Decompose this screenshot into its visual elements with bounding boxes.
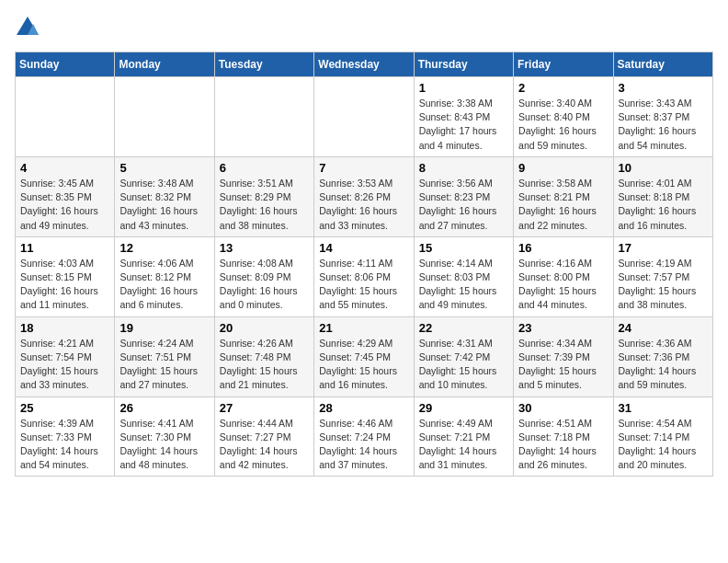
day-number: 5 (119, 161, 209, 175)
day-number: 27 (220, 401, 309, 415)
calendar-cell: 22Sunrise: 4:31 AM Sunset: 7:42 PM Dayli… (414, 316, 513, 396)
day-info: Sunrise: 4:16 AM Sunset: 8:00 PM Dayligh… (518, 257, 608, 313)
calendar-cell: 14Sunrise: 4:11 AM Sunset: 8:06 PM Dayli… (314, 236, 414, 316)
day-info: Sunrise: 4:03 AM Sunset: 8:15 PM Dayligh… (20, 257, 109, 313)
day-number: 13 (220, 241, 309, 255)
calendar-cell: 5Sunrise: 3:48 AM Sunset: 8:32 PM Daylig… (115, 156, 214, 236)
calendar-cell (115, 77, 214, 157)
day-number: 25 (20, 401, 109, 415)
column-header-friday: Friday (514, 52, 613, 77)
calendar-cell (16, 77, 115, 157)
day-info: Sunrise: 4:46 AM Sunset: 7:24 PM Dayligh… (319, 417, 408, 473)
day-number: 10 (619, 161, 708, 175)
calendar-cell: 17Sunrise: 4:19 AM Sunset: 7:57 PM Dayli… (613, 236, 712, 316)
calendar-cell (214, 77, 313, 157)
day-number: 18 (20, 321, 109, 335)
calendar-cell (314, 77, 414, 157)
day-number: 12 (119, 241, 209, 255)
day-info: Sunrise: 4:26 AM Sunset: 7:48 PM Dayligh… (220, 337, 309, 393)
day-info: Sunrise: 4:31 AM Sunset: 7:42 PM Dayligh… (419, 337, 508, 393)
calendar-week-row: 18Sunrise: 4:21 AM Sunset: 7:54 PM Dayli… (16, 316, 713, 396)
day-info: Sunrise: 4:34 AM Sunset: 7:39 PM Dayligh… (518, 337, 608, 393)
day-number: 14 (319, 241, 408, 255)
day-info: Sunrise: 4:24 AM Sunset: 7:51 PM Dayligh… (119, 337, 209, 393)
column-header-wednesday: Wednesday (314, 52, 414, 77)
day-number: 24 (619, 321, 708, 335)
day-info: Sunrise: 4:49 AM Sunset: 7:21 PM Dayligh… (419, 417, 508, 473)
day-number: 9 (518, 161, 608, 175)
calendar-cell: 13Sunrise: 4:08 AM Sunset: 8:09 PM Dayli… (214, 236, 313, 316)
day-number: 8 (419, 161, 508, 175)
day-number: 21 (319, 321, 408, 335)
calendar-cell: 11Sunrise: 4:03 AM Sunset: 8:15 PM Dayli… (16, 236, 115, 316)
calendar-cell: 29Sunrise: 4:49 AM Sunset: 7:21 PM Dayli… (414, 396, 513, 477)
calendar-cell: 1Sunrise: 3:38 AM Sunset: 8:43 PM Daylig… (414, 77, 513, 157)
logo (15, 15, 42, 40)
day-info: Sunrise: 3:58 AM Sunset: 8:21 PM Dayligh… (518, 177, 608, 233)
day-info: Sunrise: 4:19 AM Sunset: 7:57 PM Dayligh… (619, 257, 708, 313)
calendar-cell: 18Sunrise: 4:21 AM Sunset: 7:54 PM Dayli… (16, 316, 115, 396)
day-number: 3 (619, 81, 708, 95)
day-number: 22 (419, 321, 508, 335)
day-number: 30 (518, 401, 608, 415)
day-info: Sunrise: 4:36 AM Sunset: 7:36 PM Dayligh… (619, 337, 708, 393)
day-info: Sunrise: 4:29 AM Sunset: 7:45 PM Dayligh… (319, 337, 408, 393)
day-number: 31 (619, 401, 708, 415)
day-info: Sunrise: 4:14 AM Sunset: 8:03 PM Dayligh… (419, 257, 508, 313)
day-info: Sunrise: 4:54 AM Sunset: 7:14 PM Dayligh… (619, 417, 708, 473)
column-header-thursday: Thursday (414, 52, 513, 77)
calendar-cell: 15Sunrise: 4:14 AM Sunset: 8:03 PM Dayli… (414, 236, 513, 316)
calendar-cell: 26Sunrise: 4:41 AM Sunset: 7:30 PM Dayli… (115, 396, 214, 477)
day-number: 23 (518, 321, 608, 335)
day-info: Sunrise: 3:45 AM Sunset: 8:35 PM Dayligh… (20, 177, 109, 233)
day-info: Sunrise: 4:51 AM Sunset: 7:18 PM Dayligh… (518, 417, 608, 473)
day-info: Sunrise: 3:40 AM Sunset: 8:40 PM Dayligh… (518, 97, 608, 153)
day-number: 11 (20, 241, 109, 255)
column-header-monday: Monday (115, 52, 214, 77)
day-info: Sunrise: 4:41 AM Sunset: 7:30 PM Dayligh… (119, 417, 209, 473)
day-number: 28 (319, 401, 408, 415)
day-number: 2 (518, 81, 608, 95)
calendar-cell: 2Sunrise: 3:40 AM Sunset: 8:40 PM Daylig… (514, 77, 613, 157)
calendar-cell: 6Sunrise: 3:51 AM Sunset: 8:29 PM Daylig… (214, 156, 313, 236)
day-number: 29 (419, 401, 508, 415)
day-number: 19 (119, 321, 209, 335)
day-info: Sunrise: 4:44 AM Sunset: 7:27 PM Dayligh… (220, 417, 309, 473)
day-number: 15 (419, 241, 508, 255)
column-header-tuesday: Tuesday (214, 52, 313, 77)
logo-icon (15, 15, 40, 40)
calendar-cell: 16Sunrise: 4:16 AM Sunset: 8:00 PM Dayli… (514, 236, 613, 316)
day-info: Sunrise: 3:53 AM Sunset: 8:26 PM Dayligh… (319, 177, 408, 233)
calendar-cell: 8Sunrise: 3:56 AM Sunset: 8:23 PM Daylig… (414, 156, 513, 236)
calendar-cell: 25Sunrise: 4:39 AM Sunset: 7:33 PM Dayli… (16, 396, 115, 477)
calendar-cell: 28Sunrise: 4:46 AM Sunset: 7:24 PM Dayli… (314, 396, 414, 477)
calendar-cell: 31Sunrise: 4:54 AM Sunset: 7:14 PM Dayli… (613, 396, 712, 477)
calendar-cell: 24Sunrise: 4:36 AM Sunset: 7:36 PM Dayli… (613, 316, 712, 396)
calendar-cell: 9Sunrise: 3:58 AM Sunset: 8:21 PM Daylig… (514, 156, 613, 236)
calendar-week-row: 4Sunrise: 3:45 AM Sunset: 8:35 PM Daylig… (16, 156, 713, 236)
day-info: Sunrise: 4:21 AM Sunset: 7:54 PM Dayligh… (20, 337, 109, 393)
day-number: 16 (518, 241, 608, 255)
column-header-sunday: Sunday (16, 52, 115, 77)
day-number: 1 (419, 81, 508, 95)
day-info: Sunrise: 3:51 AM Sunset: 8:29 PM Dayligh… (220, 177, 309, 233)
calendar-cell: 30Sunrise: 4:51 AM Sunset: 7:18 PM Dayli… (514, 396, 613, 477)
calendar-week-row: 11Sunrise: 4:03 AM Sunset: 8:15 PM Dayli… (16, 236, 713, 316)
calendar-cell: 3Sunrise: 3:43 AM Sunset: 8:37 PM Daylig… (613, 77, 712, 157)
day-number: 4 (20, 161, 109, 175)
calendar-cell: 10Sunrise: 4:01 AM Sunset: 8:18 PM Dayli… (613, 156, 712, 236)
day-number: 20 (220, 321, 309, 335)
calendar-week-row: 25Sunrise: 4:39 AM Sunset: 7:33 PM Dayli… (16, 396, 713, 477)
day-info: Sunrise: 3:56 AM Sunset: 8:23 PM Dayligh… (419, 177, 508, 233)
calendar-cell: 21Sunrise: 4:29 AM Sunset: 7:45 PM Dayli… (314, 316, 414, 396)
day-info: Sunrise: 3:38 AM Sunset: 8:43 PM Dayligh… (419, 97, 508, 153)
day-number: 17 (619, 241, 708, 255)
calendar-week-row: 1Sunrise: 3:38 AM Sunset: 8:43 PM Daylig… (16, 77, 713, 157)
calendar-cell: 12Sunrise: 4:06 AM Sunset: 8:12 PM Dayli… (115, 236, 214, 316)
day-number: 7 (319, 161, 408, 175)
calendar-header-row: SundayMondayTuesdayWednesdayThursdayFrid… (16, 52, 713, 77)
day-info: Sunrise: 3:43 AM Sunset: 8:37 PM Dayligh… (619, 97, 708, 153)
calendar-cell: 4Sunrise: 3:45 AM Sunset: 8:35 PM Daylig… (16, 156, 115, 236)
day-number: 26 (119, 401, 209, 415)
calendar-cell: 23Sunrise: 4:34 AM Sunset: 7:39 PM Dayli… (514, 316, 613, 396)
